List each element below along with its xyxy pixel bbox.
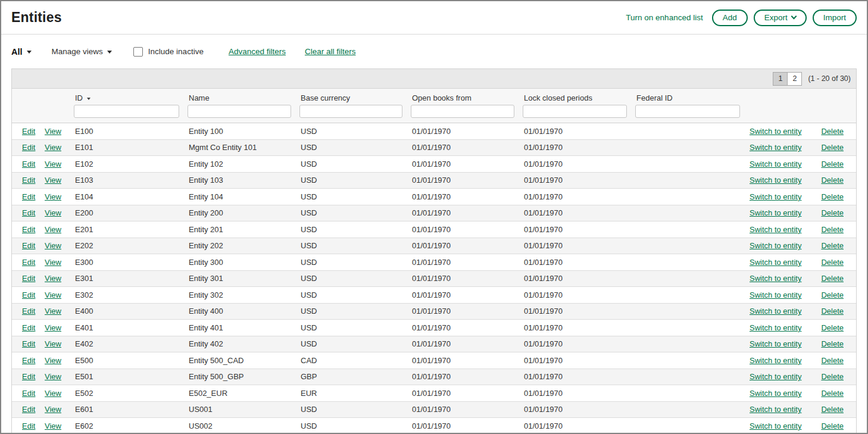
delete-link[interactable]: Delete (821, 389, 844, 398)
delete-link[interactable]: Delete (821, 274, 844, 283)
edit-link[interactable]: Edit (22, 339, 35, 348)
view-selector-dropdown[interactable]: All (11, 47, 32, 57)
switch-to-entity-link[interactable]: Switch to entity (750, 143, 801, 152)
switch-to-entity-link[interactable]: Switch to entity (750, 127, 801, 136)
delete-link[interactable]: Delete (821, 339, 844, 348)
column-header-federal-id[interactable]: Federal ID (635, 89, 748, 103)
delete-link[interactable]: Delete (821, 160, 844, 168)
switch-to-entity-link[interactable]: Switch to entity (750, 160, 801, 168)
delete-link[interactable]: Delete (821, 291, 844, 299)
edit-link[interactable]: Edit (22, 389, 35, 398)
view-link[interactable]: View (45, 389, 61, 398)
view-link[interactable]: View (45, 291, 61, 299)
include-inactive-toggle[interactable]: Include inactive (133, 47, 204, 57)
view-link[interactable]: View (45, 356, 61, 365)
switch-to-entity-link[interactable]: Switch to entity (750, 339, 801, 348)
view-link[interactable]: View (45, 208, 61, 217)
switch-to-entity-link[interactable]: Switch to entity (750, 208, 801, 217)
view-link[interactable]: View (45, 405, 61, 414)
switch-to-entity-link[interactable]: Switch to entity (750, 356, 801, 365)
switch-to-entity-link[interactable]: Switch to entity (750, 258, 801, 267)
view-link[interactable]: View (45, 421, 61, 430)
view-link[interactable]: View (45, 339, 61, 348)
federal-id-filter-input[interactable] (635, 105, 740, 118)
edit-link[interactable]: Edit (22, 241, 35, 250)
delete-link[interactable]: Delete (821, 127, 844, 136)
delete-link[interactable]: Delete (821, 372, 844, 381)
edit-link[interactable]: Edit (22, 372, 35, 381)
view-link[interactable]: View (45, 372, 61, 381)
switch-to-entity-link[interactable]: Switch to entity (750, 421, 801, 430)
delete-link[interactable]: Delete (821, 307, 844, 316)
edit-link[interactable]: Edit (22, 291, 35, 299)
add-button[interactable]: Add (712, 10, 748, 26)
switch-to-entity-link[interactable]: Switch to entity (750, 192, 801, 201)
export-button[interactable]: Export (754, 10, 807, 26)
delete-link[interactable]: Delete (821, 356, 844, 365)
view-link[interactable]: View (45, 241, 61, 250)
edit-link[interactable]: Edit (22, 274, 35, 283)
view-link[interactable]: View (45, 258, 61, 267)
view-link[interactable]: View (45, 160, 61, 168)
edit-link[interactable]: Edit (22, 421, 35, 430)
column-header-name[interactable]: Name (188, 89, 299, 103)
enhanced-list-link[interactable]: Turn on enhanced list (626, 13, 702, 22)
switch-to-entity-link[interactable]: Switch to entity (750, 389, 801, 398)
include-inactive-checkbox[interactable] (133, 47, 143, 57)
open-books-from-filter-input[interactable] (411, 105, 514, 118)
view-link[interactable]: View (45, 127, 61, 136)
edit-link[interactable]: Edit (22, 160, 35, 168)
edit-link[interactable]: Edit (22, 208, 35, 217)
clear-all-filters-link[interactable]: Clear all filters (305, 47, 356, 56)
delete-link[interactable]: Delete (821, 241, 844, 250)
base-currency-filter-input[interactable] (299, 105, 402, 118)
switch-to-entity-link[interactable]: Switch to entity (750, 291, 801, 299)
view-link[interactable]: View (45, 192, 61, 201)
switch-to-entity-link[interactable]: Switch to entity (750, 241, 801, 250)
edit-link[interactable]: Edit (22, 356, 35, 365)
switch-to-entity-link[interactable]: Switch to entity (750, 274, 801, 283)
edit-link[interactable]: Edit (22, 192, 35, 201)
lock-closed-periods-filter-input[interactable] (523, 105, 627, 118)
delete-link[interactable]: Delete (821, 225, 844, 234)
view-link[interactable]: View (45, 274, 61, 283)
column-header-base-currency[interactable]: Base currency (299, 89, 411, 103)
delete-link[interactable]: Delete (821, 323, 844, 332)
switch-to-entity-link[interactable]: Switch to entity (750, 225, 801, 234)
import-button[interactable]: Import (813, 10, 857, 26)
edit-link[interactable]: Edit (22, 258, 35, 267)
manage-views-dropdown[interactable]: Manage views (52, 47, 112, 56)
delete-link[interactable]: Delete (821, 192, 844, 201)
name-filter-input[interactable] (188, 105, 291, 118)
edit-link[interactable]: Edit (22, 307, 35, 316)
switch-to-entity-link[interactable]: Switch to entity (750, 323, 801, 332)
switch-to-entity-link[interactable]: Switch to entity (750, 307, 801, 316)
page-button-1[interactable]: 1 (773, 72, 788, 86)
view-link[interactable]: View (45, 176, 61, 185)
edit-link[interactable]: Edit (22, 127, 35, 136)
view-link[interactable]: View (45, 307, 61, 316)
column-header-id[interactable]: ID (74, 89, 188, 103)
switch-to-entity-link[interactable]: Switch to entity (750, 405, 801, 414)
delete-link[interactable]: Delete (821, 405, 844, 414)
page-button-2[interactable]: 2 (787, 72, 802, 86)
delete-link[interactable]: Delete (821, 421, 844, 430)
edit-link[interactable]: Edit (22, 405, 35, 414)
view-link[interactable]: View (45, 143, 61, 152)
edit-link[interactable]: Edit (22, 225, 35, 234)
delete-link[interactable]: Delete (821, 258, 844, 267)
view-link[interactable]: View (45, 323, 61, 332)
delete-link[interactable]: Delete (821, 143, 844, 152)
delete-link[interactable]: Delete (821, 176, 844, 185)
view-link[interactable]: View (45, 225, 61, 234)
edit-link[interactable]: Edit (22, 176, 35, 185)
column-header-lock-closed-periods[interactable]: Lock closed periods (523, 89, 635, 103)
switch-to-entity-link[interactable]: Switch to entity (750, 176, 801, 185)
id-filter-input[interactable] (74, 105, 179, 118)
edit-link[interactable]: Edit (22, 143, 35, 152)
advanced-filters-link[interactable]: Advanced filters (229, 47, 286, 56)
delete-link[interactable]: Delete (821, 208, 844, 217)
switch-to-entity-link[interactable]: Switch to entity (750, 372, 801, 381)
column-header-open-books-from[interactable]: Open books from (411, 89, 523, 103)
edit-link[interactable]: Edit (22, 323, 35, 332)
